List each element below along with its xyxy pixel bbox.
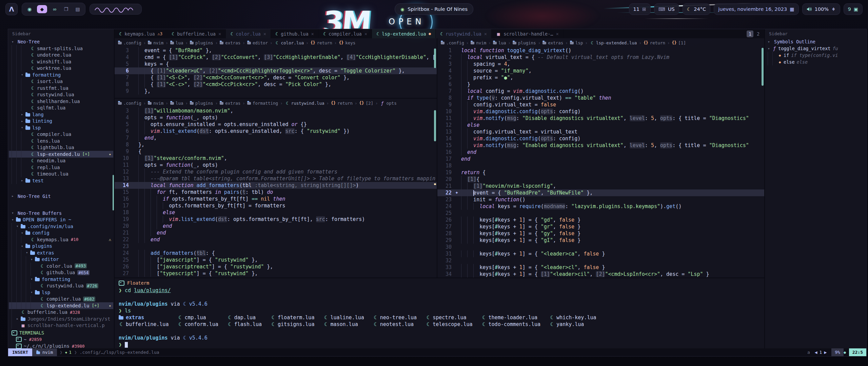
code-line[interactable]: 14vim.diagnostic.config(opts: config) [437,135,764,142]
code-line[interactable]: 26["javascriptreact"] = { "rustywind" }, [115,263,437,270]
breadcrumb-segment[interactable]: nvim [148,101,163,106]
tree-item[interactable]: ☾timeout.lua [9,171,113,178]
now-playing-widget[interactable]: ◉ Spiritbox - Rule Of Nines [395,3,473,15]
code-line[interactable]: 31keys[#keys + 1] = { "<leader>ca", fals… [437,250,764,257]
code-line[interactable]: 27keys[#keys + 1] = { "gr", false } [437,223,764,230]
code-line[interactable]: 15vim.notify(msg: "Enabled diagnostics v… [437,142,764,149]
tree-item[interactable]: ▾plugins [9,243,113,250]
code-line[interactable]: 22✦event = { "BufReadPre", "BufNewFile" … [437,189,764,196]
buffer-tab[interactable]: ▦scrollbar-handle-…× [492,29,564,38]
code-line[interactable]: 11opts = function(_, opts) [115,162,437,168]
breadcrumb-segment[interactable]: extras [542,40,563,45]
tree-item[interactable]: ☾color.lua#493 [9,263,113,269]
code-line[interactable]: 20[1]{ [437,176,764,183]
tree-item[interactable]: ☾sqlfmt.lua [9,105,113,111]
tree-item[interactable]: ☾keymaps.lua#10⚠ [9,236,113,243]
tree-item[interactable]: ☾lens.lua [9,138,113,144]
breadcrumb-segment[interactable]: nvim [148,40,163,45]
code-line[interactable]: 11vim.notify(msg: "Disable diagnostics v… [437,115,764,122]
outline-item[interactable]: ◆ifif type(config.vi [765,52,866,59]
code-line[interactable]: 17opts.formatters_by_ft[ft] = formatters [115,202,437,209]
section-header-terminals[interactable]: TERMINALS [9,329,113,336]
code-line[interactable]: 23 [115,243,437,250]
tree-item[interactable]: ☾winshift.lua [9,58,113,65]
code-line[interactable]: 10vim.diagnostic.config(opts: config) [437,108,764,115]
code-line[interactable]: 24add_formatters(tbl: { [115,250,437,257]
tool-button-2[interactable]: ▤ [74,5,82,13]
code-line[interactable]: 18else [115,209,437,216]
tag-button-1[interactable]: ◉ [25,5,34,13]
code-line[interactable]: 28keys[#keys + 1] = { "gy", false } [437,230,764,237]
tree-item[interactable]: ▸test [9,177,113,184]
tree-item[interactable]: ☾undotree.lua [9,52,113,59]
code-line[interactable]: 2local virtual_text = { -- Default virtu… [437,54,764,61]
code-line[interactable]: 9{ [115,148,437,155]
code-line[interactable]: 7local config = vim.diagnostic.config() [437,88,764,95]
buffer-tab[interactable]: ☾color.lua× [226,29,271,38]
file-path[interactable]: .config/…/lsp/lsp-extended.lua [80,350,159,355]
code-line[interactable]: 18 [437,162,764,169]
tree-item[interactable]: ☾bufferline.lua#328 [9,309,113,316]
symbols-outline-header[interactable]: ▾ Symbols Outline [765,38,866,45]
code-buffer[interactable]: 3event = { "BufRead" },4cmd = { [1]"CccP… [115,47,437,95]
breadcrumb-segment[interactable]: plugins [190,101,213,106]
tag-button-3[interactable]: ∞ [51,5,59,13]
weather-widget[interactable]: ☾ 24°C [683,3,710,15]
tree-item[interactable]: ☾worktree.lua [9,65,113,72]
breadcrumb-segment[interactable]: .config [118,101,141,106]
scrollbar[interactable] [434,110,436,141]
terminal-line[interactable]: ❯ [119,341,764,348]
code-line[interactable]: 13config.virtual_text = virtual_text [437,128,764,135]
tree-item[interactable]: ▾config [9,230,113,237]
close-icon[interactable]: × [364,31,367,37]
breadcrumb-segment[interactable]: ☾lsp-extended.lua [590,40,637,45]
section-header-git[interactable]: ▸Neo-Tree Git [9,193,113,200]
breadcrumb-segment[interactable]: ☾color.lua [275,40,304,45]
code-line[interactable]: 19vim.list_extend(dst: opts.formatters_b… [115,216,437,223]
code-line[interactable]: 9config.virtual_text = false [437,101,764,108]
code-line[interactable]: 5keys = { [115,61,437,67]
code-line[interactable]: 7end, [115,135,437,141]
code-line[interactable]: 24local keys = require(modname: "lazyvim… [437,203,764,210]
code-line[interactable]: 12else [437,122,764,128]
volume-widget[interactable]: 100% ♦ [802,3,840,15]
outline-item[interactable]: ▾ƒtoggle_diag_virtextfu [765,45,866,52]
code-line[interactable]: 6} [437,81,764,88]
updates-widget[interactable]: 11 ⊞ [629,3,651,15]
notifications-widget[interactable]: 9 ▣ [844,3,863,15]
code-line[interactable]: 4cmd = { [1]"CccPick", [2]"CccConvert", … [115,54,437,61]
code-line[interactable]: 4opts = function(_, opts) [115,114,437,121]
sidebar-scrollbar[interactable] [113,175,114,210]
section-header-buffers[interactable]: ▾Neo-Tree Buffers [9,210,113,217]
tree-item[interactable]: ☾isort.lua [9,78,113,85]
code-line[interactable]: 9}, [115,88,437,95]
code-line[interactable]: 25 [437,210,764,217]
code-line[interactable]: 5prefix = "●", [437,74,764,81]
code-line[interactable]: 3[1]"williamboman/mason.nvim", [115,107,437,114]
breadcrumb-segment[interactable]: {}[2] [359,101,373,106]
code-line[interactable]: 20end [115,223,437,229]
breadcrumb-segment[interactable]: lua [493,40,506,45]
code-line[interactable]: 32 [437,257,764,264]
scrollbar[interactable] [762,48,764,86]
cwd-indicator[interactable]: nvim [32,348,57,356]
buffer-tab[interactable]: ☾rustywind.lua× [436,29,492,38]
branch-indicator[interactable]: ◆ 1 [65,350,72,355]
tree-item[interactable]: ☾compiler.lua#682 [9,296,113,303]
code-line[interactable]: 3spacing = 4, [437,61,764,67]
tree-item[interactable]: ▾extras [9,249,113,256]
tree-item[interactable]: ▸Juegos/Indies/SteamLibrary/st [9,316,113,322]
tree-item[interactable]: ~/.c/n/l/plugins#3980 [9,343,113,349]
tree-item[interactable]: ▾lsp [9,124,113,131]
breadcrumb-segment[interactable]: extras [220,40,240,45]
tree-item[interactable]: ☾github.lua#654 [9,269,113,276]
tree-item[interactable]: ☾rustywind.lua#726 [9,283,113,289]
code-buffer[interactable]: 1local function toggle_diag_virtext()2lo… [437,47,764,278]
tree-item[interactable]: ☾repl.lua [9,164,113,171]
close-icon[interactable]: × [484,31,487,37]
code-line[interactable]: 15for ft, formatters in pairs(t: tbl) do [115,189,437,196]
breadcrumb-segment[interactable]: extras [220,101,240,106]
tree-item[interactable]: ☾shellharden.lua [9,98,113,105]
tree-item[interactable]: ☾smart-splits.lua [9,45,113,52]
code-line[interactable]: 6{ [1]"<leader>uC", [2]"<cmd>CccHighligh… [115,67,437,74]
